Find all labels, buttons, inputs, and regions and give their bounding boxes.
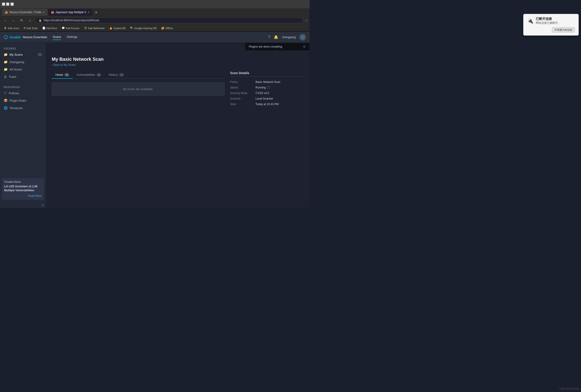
scan-severity-value: CVSS v3.0 — [256, 92, 269, 95]
bookmark-kali-tools[interactable]: ⚙ Kali Tools — [22, 26, 40, 30]
forward-button[interactable]: › — [10, 17, 17, 24]
bookmark-icon-kali-nethunter: 🐉 — [84, 26, 87, 30]
sidebar-item-policies[interactable]: 🛡 Policies — [0, 90, 46, 97]
app-body: FOLDERS 📁 My Scans 1 📁 zhangyang 📁 All S… — [0, 43, 310, 208]
sidebar: FOLDERS 📁 My Scans 1 📁 zhangyang 📁 All S… — [0, 43, 46, 208]
app-logo: ⬡ tenable Nessus Essentials — [4, 34, 47, 40]
bookmark-kali-nethunter[interactable]: 🐉 Kali NetHunter — [82, 26, 107, 30]
sidebar-collapse-button[interactable]: « — [0, 202, 46, 208]
scan-scanner-label: Scanner: — [230, 97, 256, 100]
security-icon: 🔒 — [38, 19, 42, 22]
nav-settings[interactable]: Settings — [66, 34, 78, 40]
plugin-notification-bar: Plugins are done compiling. ✕ — [245, 43, 310, 50]
bookmark-star[interactable]: ☆ — [305, 19, 308, 22]
bookmark-icon-kali-linux: ⚡ — [4, 26, 7, 30]
no-hosts-message: No hosts are available. — [52, 82, 224, 96]
refresh-button[interactable]: ↻ — [18, 17, 25, 24]
tab-vulnerabilities[interactable]: Vulnerabilities 0 — [73, 71, 105, 79]
notifications-icon[interactable]: 🔔 — [274, 35, 278, 39]
browser-addressbar: ‹ › ↻ ⌂ 🔒 https://localhost:8834/#/scans… — [0, 16, 310, 25]
sidebar-item-my-scans[interactable]: 📁 My Scans 1 — [0, 51, 46, 58]
nessus-brand: Nessus Essentials — [23, 35, 47, 39]
sidebar-item-plugin-rules[interactable]: 📦 Plugin Rules — [0, 97, 46, 104]
browser-tabs: 🦊 Nessus Essentials / Folde ✕ 🦊 Approach… — [0, 8, 310, 16]
bookmark-icon-kali-docs: 📄 — [42, 26, 46, 30]
tenable-wordmark: tenable — [10, 35, 21, 39]
scan-policy-label: Policy: — [230, 80, 256, 84]
back-to-my-scans-link[interactable]: ‹ Back to My Scans — [52, 63, 304, 66]
bookmark-kali-linux[interactable]: ⚡ Kali Linux — [2, 26, 21, 30]
user-avatar[interactable]: 👤 — [300, 34, 306, 40]
scan-scanner-value: Local Scanner — [256, 97, 273, 100]
sidebar-item-terrascan[interactable]: 🌐 Terrascan — [0, 104, 46, 112]
scan-detail-status: Status: Running — [230, 85, 304, 90]
trash-icon: 🗑 — [4, 75, 7, 78]
back-link-text: Back to My Scans — [54, 63, 76, 66]
bookmark-icon-kali-forums: 💬 — [62, 26, 65, 30]
bookmark-offsec[interactable]: 🔐 OffSec — [160, 26, 175, 30]
sidebar-item-trash[interactable]: 🗑 Trash — [0, 73, 46, 80]
plugin-notification-close[interactable]: ✕ — [303, 45, 306, 48]
policies-label: Policies — [9, 92, 19, 95]
zhangyang-label: zhangyang — [10, 60, 24, 64]
browser-tab-nessus[interactable]: 🦊 Nessus Essentials / Folde ✕ — [2, 9, 48, 16]
scan-status-value: Running — [256, 86, 270, 89]
tab-hosts[interactable]: Hosts 0 — [52, 71, 73, 79]
app-topnav: ⬡ tenable Nessus Essentials Scans Settin… — [0, 32, 310, 43]
sidebar-item-zhangyang[interactable]: 📁 zhangyang — [0, 58, 46, 66]
tab-label-approach: Approach.App Multiple V — [56, 11, 86, 14]
tab-favicon-approach: 🦊 — [51, 11, 54, 14]
scan-status-label: Status: — [230, 86, 256, 89]
back-button[interactable]: ‹ — [2, 17, 8, 24]
tenable-news-panel: Tenable News LG LED Assistant v2.1.65 Mu… — [2, 178, 44, 200]
app-container: ⬡ tenable Nessus Essentials Scans Settin… — [0, 32, 310, 208]
scan-detail-scanner: Scanner: Local Scanner — [230, 96, 304, 102]
page-title: My Basic Network Scan — [52, 56, 304, 62]
browser-chrome: ⬜ ⬜ ⬜ 🦊 Nessus Essentials / Folde ✕ 🦊 Ap… — [0, 0, 310, 32]
trash-label: Trash — [9, 75, 16, 78]
nav-scans[interactable]: Scans — [53, 34, 61, 40]
content-below-notification: My Basic Network Scan ‹ Back to My Scans… — [52, 47, 304, 107]
bookmark-kali-forums[interactable]: 💬 Kali Forums — [60, 26, 81, 30]
bookmark-exploit-db[interactable]: 🔥 Exploit-DB — [108, 26, 127, 30]
address-text: https://localhost:8834/#/scans/reports/9… — [44, 19, 99, 22]
tab-close-nessus[interactable]: ✕ — [43, 11, 45, 14]
tab-vulnerabilities-label: Vulnerabilities — [76, 73, 95, 76]
scan-detail-policy: Policy: Basic Network Scan — [230, 79, 304, 85]
new-tab-button[interactable]: + — [93, 9, 99, 16]
plugin-rules-icon: 📦 — [4, 99, 8, 102]
bookmark-google-hacking[interactable]: 🔍 Google Hacking DB — [128, 26, 158, 30]
tabs-bar: Hosts 0 Vulnerabilities 0 History 1 — [52, 71, 224, 79]
home-button[interactable]: ⌂ — [27, 17, 33, 24]
user-avatar-icon: 👤 — [301, 36, 304, 39]
tab-history-label: History — [108, 73, 118, 76]
address-bar[interactable]: 🔒 https://localhost:8834/#/scans/reports… — [35, 18, 303, 23]
scan-detail-start: Start: Today at 10:43 PM — [230, 102, 304, 107]
scan-detail-severity: Severity Base: CVSS v3.0 — [230, 90, 304, 96]
news-read-more-link[interactable]: Read More — [4, 194, 42, 198]
news-title: Tenable News — [4, 180, 42, 183]
window-controls: ⬜ ⬜ ⬜ — [2, 2, 14, 6]
tab-history[interactable]: History 1 — [105, 71, 128, 79]
plugin-rules-label: Plugin Rules — [10, 99, 26, 102]
tab-favicon-nessus: 🦊 — [4, 11, 8, 14]
bookmark-kali-docs[interactable]: 📄 Kali Docs — [40, 26, 59, 30]
tab-vulnerabilities-badge: 0 — [96, 73, 101, 76]
my-scans-label: My Scans — [10, 53, 23, 56]
scan-left-panel: Hosts 0 Vulnerabilities 0 History 1 — [52, 71, 224, 107]
tab-label-nessus: Nessus Essentials / Folde — [10, 11, 41, 14]
help-icon[interactable]: ? — [268, 35, 270, 39]
my-scans-folder-icon: 📁 — [4, 53, 8, 56]
zhangyang-folder-icon: 📁 — [4, 60, 8, 64]
terrascan-icon: 🌐 — [4, 106, 8, 110]
browser-tab-approach[interactable]: 🦊 Approach.App Multiple V ✕ — [48, 9, 92, 16]
all-scans-label: All Scans — [10, 68, 22, 71]
browser-titlebar: ⬜ ⬜ ⬜ — [0, 0, 310, 8]
bookmarks-bar: ⚡ Kali Linux ⚙ Kali Tools 📄 Kali Docs 💬 … — [0, 25, 310, 32]
tab-close-approach[interactable]: ✕ — [88, 11, 90, 14]
tab-hosts-badge: 0 — [64, 73, 69, 76]
sidebar-item-all-scans[interactable]: 📁 All Scans — [0, 66, 46, 73]
resources-section: RESOURCES 🛡 Policies 📦 Plugin Rules 🌐 Te… — [0, 84, 46, 112]
plugin-notification-text: Plugins are done compiling. — [249, 45, 283, 48]
tab-history-badge: 1 — [119, 73, 124, 76]
